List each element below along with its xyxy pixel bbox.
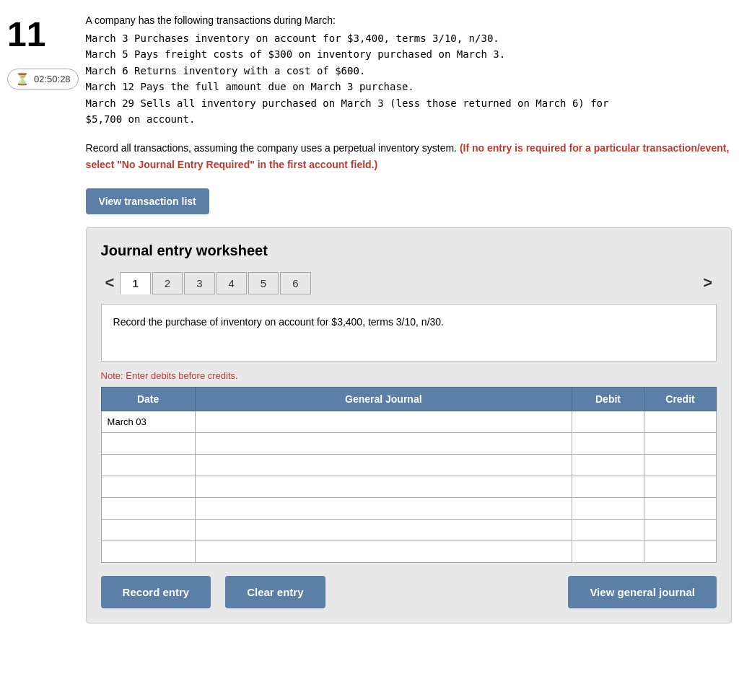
view-general-journal-button[interactable]: View general journal bbox=[568, 576, 717, 608]
credit-cell-0[interactable] bbox=[644, 411, 717, 433]
table-row bbox=[101, 541, 716, 563]
tab-3[interactable]: 3 bbox=[184, 272, 214, 294]
header-debit: Debit bbox=[572, 388, 644, 411]
timer-badge: ⏳ 02:50:28 bbox=[7, 69, 79, 89]
debit-input-0[interactable] bbox=[572, 411, 644, 432]
debit-input-5[interactable] bbox=[572, 520, 644, 541]
tab-6[interactable]: 6 bbox=[280, 272, 310, 294]
gj-input-3[interactable] bbox=[196, 476, 572, 497]
table-row bbox=[101, 498, 716, 520]
header-general-journal: General Journal bbox=[195, 388, 572, 411]
table-row bbox=[101, 455, 716, 476]
debit-cell-2[interactable] bbox=[572, 455, 644, 476]
gj-cell-2[interactable] bbox=[195, 455, 572, 476]
credit-input-3[interactable] bbox=[644, 476, 716, 497]
tab-5[interactable]: 5 bbox=[248, 272, 279, 294]
note-text: Note: Enter debits before credits. bbox=[101, 370, 717, 381]
record-entry-button[interactable]: Record entry bbox=[101, 576, 211, 608]
credit-cell-2[interactable] bbox=[644, 455, 717, 476]
credit-input-6[interactable] bbox=[644, 541, 716, 562]
instruction-normal: Record all transactions, assuming the co… bbox=[86, 142, 457, 154]
credit-cell-4[interactable] bbox=[644, 498, 717, 520]
table-row bbox=[101, 520, 716, 541]
credit-cell-6[interactable] bbox=[644, 541, 717, 563]
date-cell-2 bbox=[101, 455, 195, 476]
date-cell-5 bbox=[101, 520, 195, 541]
date-cell-0: March 03 bbox=[101, 411, 195, 433]
view-transaction-button[interactable]: View transaction list bbox=[86, 188, 209, 214]
credit-cell-5[interactable] bbox=[644, 520, 717, 541]
worksheet-container: Journal entry worksheet < 1 2 3 4 5 6 > … bbox=[86, 227, 732, 624]
gj-cell-4[interactable] bbox=[195, 498, 572, 520]
worksheet-description: Record the purchase of inventory on acco… bbox=[101, 304, 717, 362]
intro-title: A company has the following transactions… bbox=[86, 14, 732, 26]
clear-entry-button[interactable]: Clear entry bbox=[225, 576, 325, 608]
credit-input-2[interactable] bbox=[644, 455, 716, 476]
gj-cell-5[interactable] bbox=[195, 520, 572, 541]
gj-cell-1[interactable] bbox=[195, 433, 572, 455]
credit-input-1[interactable] bbox=[644, 433, 716, 454]
date-cell-1 bbox=[101, 433, 195, 455]
debit-cell-6[interactable] bbox=[572, 541, 644, 563]
gj-input-0[interactable] bbox=[196, 411, 572, 432]
debit-input-4[interactable] bbox=[572, 498, 644, 519]
tab-next-button[interactable]: > bbox=[699, 271, 717, 295]
gj-cell-6[interactable] bbox=[195, 541, 572, 563]
debit-cell-1[interactable] bbox=[572, 433, 644, 455]
credit-cell-3[interactable] bbox=[644, 476, 717, 498]
timer-value: 02:50:28 bbox=[34, 74, 71, 84]
header-date: Date bbox=[101, 388, 195, 411]
debit-cell-4[interactable] bbox=[572, 498, 644, 520]
table-row: March 03 bbox=[101, 411, 716, 433]
date-cell-6 bbox=[101, 541, 195, 563]
gj-input-5[interactable] bbox=[196, 520, 572, 541]
gj-cell-3[interactable] bbox=[195, 476, 572, 498]
credit-input-4[interactable] bbox=[644, 498, 716, 519]
gj-input-4[interactable] bbox=[196, 498, 572, 519]
debit-input-3[interactable] bbox=[572, 476, 644, 497]
instruction-text: Record all transactions, assuming the co… bbox=[86, 140, 732, 172]
tab-1[interactable]: 1 bbox=[120, 272, 150, 294]
table-row bbox=[101, 433, 716, 455]
debit-input-1[interactable] bbox=[572, 433, 644, 454]
timer-icon: ⏳ bbox=[15, 72, 30, 86]
debit-input-2[interactable] bbox=[572, 455, 644, 476]
date-cell-3 bbox=[101, 476, 195, 498]
gj-cell-0[interactable] bbox=[195, 411, 572, 433]
debit-input-6[interactable] bbox=[572, 541, 644, 562]
gj-input-1[interactable] bbox=[196, 433, 572, 454]
worksheet-title: Journal entry worksheet bbox=[101, 242, 717, 259]
debit-cell-3[interactable] bbox=[572, 476, 644, 498]
tab-4[interactable]: 4 bbox=[217, 272, 247, 294]
tabs-navigation: < 1 2 3 4 5 6 > bbox=[101, 271, 717, 295]
date-cell-4 bbox=[101, 498, 195, 520]
gj-input-6[interactable] bbox=[196, 541, 572, 562]
header-credit: Credit bbox=[644, 388, 717, 411]
debit-cell-5[interactable] bbox=[572, 520, 644, 541]
credit-input-5[interactable] bbox=[644, 520, 716, 541]
tab-prev-button[interactable]: < bbox=[101, 271, 119, 295]
debit-cell-0[interactable] bbox=[572, 411, 644, 433]
journal-table: Date General Journal Debit Credit March … bbox=[101, 387, 717, 563]
credit-cell-1[interactable] bbox=[644, 433, 717, 455]
transactions-text: March 3 Purchases inventory on account f… bbox=[86, 30, 732, 127]
credit-input-0[interactable] bbox=[644, 411, 716, 432]
gj-input-2[interactable] bbox=[196, 455, 572, 476]
table-row bbox=[101, 476, 716, 498]
question-number: 11 bbox=[7, 14, 65, 54]
buttons-row: Record entry Clear entry View general jo… bbox=[101, 576, 717, 608]
tab-2[interactable]: 2 bbox=[152, 272, 183, 294]
